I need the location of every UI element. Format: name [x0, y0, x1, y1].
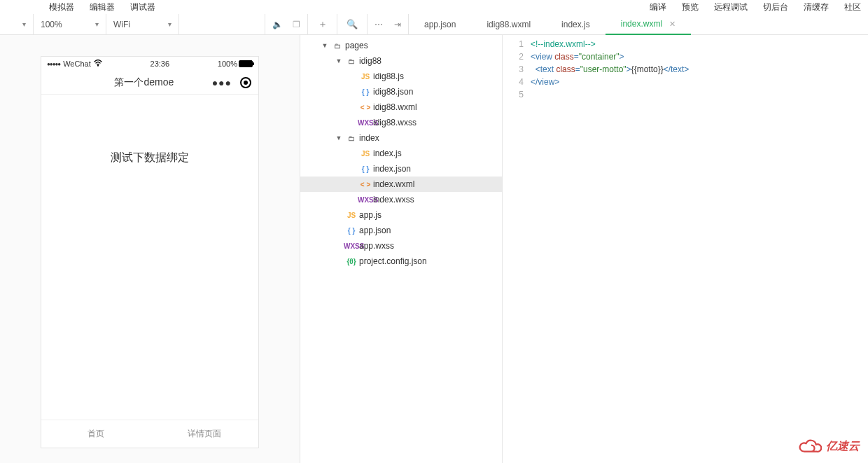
- network-dropdown[interactable]: WiFi ▾: [106, 14, 179, 34]
- zoom-value: 100%: [41, 20, 62, 29]
- line-number: 5: [503, 88, 524, 101]
- js-icon: JS: [358, 73, 373, 81]
- editor-tab-index-wxml[interactable]: index.wxml✕: [606, 14, 691, 35]
- menu-editor[interactable]: 编辑器: [90, 1, 115, 13]
- tree-item-label: index.js: [373, 148, 402, 158]
- code-tag: view: [538, 77, 554, 87]
- menu-simulator[interactable]: 模拟器: [49, 1, 74, 13]
- code-punc: >: [620, 52, 624, 62]
- file-tree: ▼🗀pages▼🗀idig88JSidig88.js{ }idig88.json…: [300, 35, 502, 463]
- menu-compile[interactable]: 编译: [650, 1, 666, 13]
- wxss-icon: WXSS: [358, 119, 373, 127]
- tree-item-idig88-wxml[interactable]: < >idig88.wxml: [300, 99, 502, 115]
- json-icon: { }: [344, 227, 359, 235]
- chevron-down-icon: ▾: [168, 20, 172, 28]
- folder-icon: 🗀: [344, 57, 359, 65]
- code-tag: view: [536, 52, 554, 62]
- code-indent: [531, 64, 536, 74]
- tree-item-index-json[interactable]: { }index.json: [300, 161, 502, 177]
- code-punc: </: [531, 77, 538, 87]
- tree-item-label: project.config.json: [359, 256, 427, 266]
- menu-community[interactable]: 社区: [844, 1, 861, 13]
- tree-item-idig88-json[interactable]: { }idig88.json: [300, 84, 502, 99]
- wxss-icon: WXSS: [358, 196, 373, 204]
- editor-tab-index-js[interactable]: index.js: [546, 14, 606, 35]
- gutter: 12345: [503, 38, 531, 101]
- carrier-label: WeChat: [63, 60, 91, 68]
- mute-icon[interactable]: 🔈: [272, 20, 283, 29]
- device-dropdown[interactable]: ▾: [0, 14, 34, 34]
- phone-tabbar: 首页 详情页面: [41, 420, 258, 448]
- tab-detail[interactable]: 详情页面: [150, 420, 258, 448]
- tree-item-app-wxss[interactable]: WXSSapp.wxss: [300, 238, 502, 254]
- simulator-pane: ●●●●● WeChat 23:36 100% 第一个demoe ●●● 测: [0, 35, 300, 463]
- chevron-icon: ▼: [320, 42, 330, 49]
- chevron-icon: ▼: [334, 134, 344, 141]
- tree-item-label: idig88.js: [373, 71, 404, 81]
- tree-item-idig88-wxss[interactable]: WXSSidig88.wxss: [300, 115, 502, 130]
- menu-remote-debug[interactable]: 远程调试: [714, 1, 748, 13]
- tree-item-idig88[interactable]: ▼🗀idig88: [300, 53, 502, 69]
- search-button[interactable]: 🔍: [337, 14, 367, 34]
- chevron-down-icon: ▾: [22, 20, 26, 28]
- code-punc: <: [536, 64, 540, 74]
- signal-indicator: ●●●●● WeChat: [47, 60, 102, 68]
- js-icon: JS: [344, 212, 359, 219]
- tree-item-index-wxml[interactable]: < >index.wxml: [300, 177, 502, 192]
- phone-title-bar: 第一个demoe ●●●: [41, 71, 258, 95]
- menu-background[interactable]: 切后台: [763, 1, 788, 13]
- collapse-icon[interactable]: ⇥: [394, 20, 401, 29]
- tree-item-app-json[interactable]: { }app.json: [300, 223, 502, 238]
- tree-item-index[interactable]: ▼🗀index: [300, 130, 502, 146]
- code-comment: <!--index.wxml-->: [531, 39, 596, 49]
- code-area[interactable]: 12345 <!--index.wxml--> <view class="con…: [503, 35, 868, 101]
- menu-debugger[interactable]: 调试器: [130, 1, 155, 13]
- line-number: 2: [503, 50, 524, 63]
- code-punc: </: [664, 64, 671, 74]
- folder-icon: 🗀: [330, 42, 345, 50]
- editor-tab-idig88-wxml[interactable]: idig88.wxml: [471, 14, 546, 35]
- menu-dots-icon[interactable]: ●●●: [212, 77, 232, 88]
- battery-percent: 100%: [218, 60, 237, 68]
- svg-point-0: [97, 65, 99, 67]
- tab-label: index.js: [561, 20, 590, 29]
- line-number: 4: [503, 76, 524, 88]
- tree-item-label: app.js: [359, 210, 382, 220]
- tree-item-app-js[interactable]: JSapp.js: [300, 207, 502, 223]
- tree-item-index-wxss[interactable]: WXSSindex.wxss: [300, 192, 502, 207]
- top-menu-left: 模拟器 编辑器 调试器: [49, 1, 155, 13]
- code-punc: >: [626, 64, 631, 74]
- tab-home[interactable]: 首页: [41, 420, 150, 448]
- tree-item-idig88-js[interactable]: JSidig88.js: [300, 69, 502, 84]
- status-time: 23:36: [102, 60, 218, 68]
- zoom-dropdown[interactable]: 100% ▾: [34, 14, 106, 34]
- json-icon: { }: [358, 165, 373, 173]
- target-icon[interactable]: [240, 77, 251, 88]
- tree-item-pages[interactable]: ▼🗀pages: [300, 38, 502, 53]
- wxss-icon: WXSS: [344, 242, 359, 250]
- page-title: 第一个demoe: [48, 76, 212, 89]
- menu-preview[interactable]: 预览: [682, 1, 699, 13]
- tree-item-label: index.json: [373, 164, 411, 174]
- add-file-button[interactable]: ＋: [308, 14, 337, 34]
- code-punc: <: [531, 52, 536, 62]
- folder-icon: 🗀: [344, 134, 359, 142]
- editor-tabs: app.jsonidig88.wxmlindex.jsindex.wxml✕: [409, 14, 868, 34]
- editor-tab-app-json[interactable]: app.json: [409, 14, 471, 35]
- main-area: ●●●●● WeChat 23:36 100% 第一个demoe ●●● 测: [0, 35, 868, 463]
- watermark-text: 亿速云: [826, 439, 860, 454]
- more-icon[interactable]: ⋯: [374, 20, 383, 29]
- tree-item-project-config-json[interactable]: {θ}project.config.json: [300, 254, 502, 269]
- code-string: "container": [579, 52, 620, 62]
- menu-clear-cache[interactable]: 清缓存: [804, 1, 829, 13]
- tree-item-label: idig88.wxml: [373, 102, 417, 112]
- close-icon[interactable]: ✕: [669, 20, 676, 29]
- code-text: {{motto}}: [631, 64, 664, 74]
- sim-controls: 🔈 ❐: [265, 14, 308, 34]
- search-icon: 🔍: [346, 19, 358, 29]
- editor-pane: 12345 <!--index.wxml--> <view class="con…: [503, 35, 868, 463]
- tree-item-index-js[interactable]: JSindex.js: [300, 146, 502, 161]
- screens-icon[interactable]: ❐: [293, 20, 300, 29]
- code-lines: <!--index.wxml--> <view class="container…: [531, 38, 689, 101]
- phone-status-bar: ●●●●● WeChat 23:36 100%: [41, 57, 258, 71]
